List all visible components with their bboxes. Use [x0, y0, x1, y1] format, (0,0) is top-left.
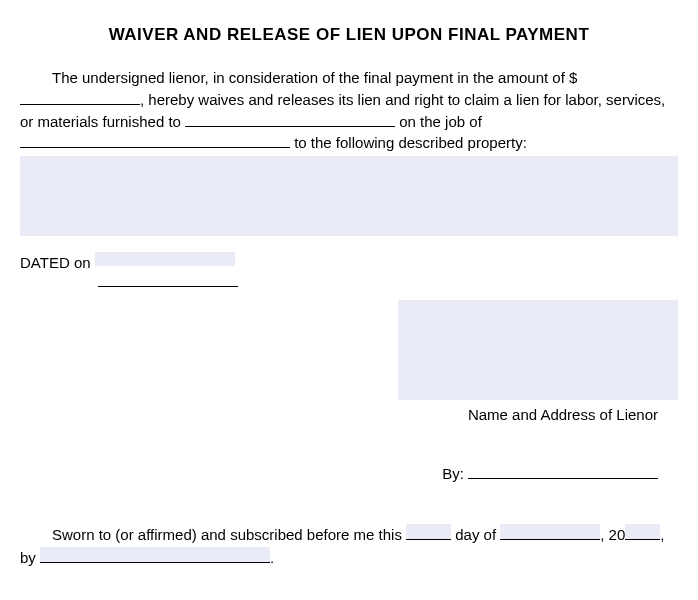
property-description-box[interactable] [20, 156, 678, 236]
document-title: WAIVER AND RELEASE OF LIEN UPON FINAL PA… [20, 25, 678, 45]
sworn-text-3: , 20 [600, 526, 625, 543]
dated-blank[interactable] [98, 286, 238, 287]
sworn-text-5: . [270, 549, 274, 566]
dated-label: DATED on [20, 254, 95, 271]
sworn-section: Sworn to (or affirmed) and subscribed be… [20, 524, 678, 569]
by-label: By: [442, 465, 468, 482]
sworn-text-2: day of [451, 526, 500, 543]
lienor-label: Name and Address of Lienor [20, 406, 678, 423]
sworn-month-blank[interactable] [500, 524, 600, 540]
paragraph-text-2: , hereby waives and releases its lien an… [20, 91, 665, 130]
furnished-to-blank[interactable] [185, 126, 395, 127]
waiver-paragraph: The undersigned lienor, in consideration… [20, 67, 678, 154]
job-of-blank[interactable] [20, 147, 290, 148]
dated-underline-row [20, 273, 678, 290]
paragraph-text-1: The undersigned lienor, in consideration… [52, 69, 577, 86]
sworn-text-1: Sworn to (or affirmed) and subscribed be… [52, 526, 406, 543]
sworn-name-blank[interactable] [40, 547, 270, 563]
paragraph-text-4: to the following described property: [290, 134, 527, 151]
paragraph-text-3: on the job of [395, 113, 482, 130]
by-row: By: [20, 465, 678, 482]
dated-row: DATED on [20, 254, 678, 271]
dated-fill-box[interactable] [95, 252, 235, 266]
sworn-day-blank[interactable] [406, 524, 451, 540]
lienor-signature-box[interactable] [398, 300, 678, 400]
by-blank[interactable] [468, 478, 658, 479]
sworn-year-blank[interactable] [625, 524, 660, 540]
amount-blank[interactable] [20, 104, 140, 105]
